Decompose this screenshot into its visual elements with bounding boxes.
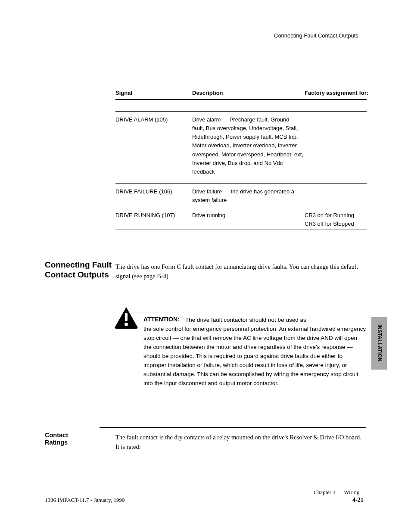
section-rule — [45, 253, 366, 253]
table-row-desc-2: Drive running — [192, 211, 300, 220]
svg-point-1 — [125, 323, 128, 326]
page: Connecting Fault Contact Outputs Signal … — [0, 0, 411, 532]
section-heading-line1: Connecting Fault — [45, 260, 112, 270]
svg-rect-0 — [125, 313, 128, 321]
table-row-signal-0: DRIVE ALARM (105) — [115, 115, 168, 124]
table-row-rule-0 — [115, 183, 367, 184]
warning-icon — [114, 306, 139, 329]
header-rule — [45, 61, 366, 61]
section-p2: The fault contact is the dry contacts of… — [115, 432, 366, 452]
table-col-signal: Signal — [115, 90, 132, 96]
table-sub-rule — [115, 111, 367, 112]
table-bottom-rule — [115, 230, 367, 230]
table-col-asgn: Factory assignment for: — [305, 90, 368, 96]
warning-body-firstline: The drive fault contactor should not be … — [185, 316, 366, 325]
contact-ratings-label: Contact Ratings — [45, 432, 68, 447]
table-col-desc: Description — [192, 90, 223, 96]
side-tab-label: INSTALLATION — [377, 321, 383, 364]
warning-rule — [131, 312, 185, 312]
section-heading-line2: Contact Outputs — [45, 270, 109, 280]
footer-left: 1336 IMPACT-11.7 - January, 1999 — [45, 497, 125, 504]
warning-body-rest: the sole control for emergency personnel… — [143, 325, 366, 388]
contact-ratings-rule — [100, 427, 366, 428]
footer-right-line1: Chapter 4 — Wiring — [314, 489, 359, 496]
table-row-desc-1: Drive failure — the drive has generated … — [192, 187, 300, 205]
table-row-signal-1: DRIVE FAILURE (106) — [115, 187, 172, 196]
warning-label: ATTENTION: — [143, 316, 180, 323]
table-row-signal-2: DRIVE RUNNING (107) — [115, 211, 175, 220]
side-tab: INSTALLATION — [371, 317, 387, 370]
footer-page-number: 4-21 — [352, 497, 364, 504]
table-row-desc-0: Drive alarm — Precharge fault, Ground fa… — [192, 115, 300, 176]
section-p1: The drive has one Form C fault contact f… — [115, 262, 366, 281]
table-header-rule — [115, 99, 367, 100]
running-head: Connecting Fault Contact Outputs — [274, 32, 358, 39]
table-row-rule-1 — [115, 207, 367, 207]
table-row-asgn-2: CR3 on for Running CR3 off for Stopped — [305, 211, 365, 228]
